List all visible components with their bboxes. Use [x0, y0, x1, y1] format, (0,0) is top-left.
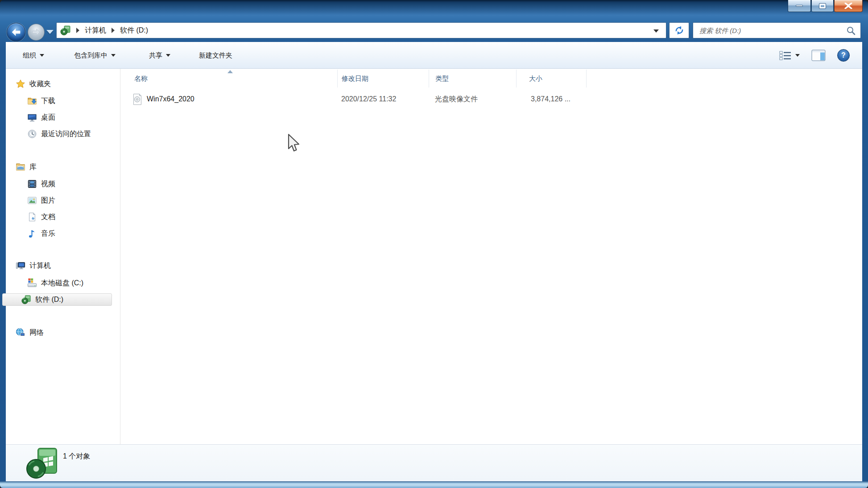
- sidebar-label: 最近访问的位置: [41, 129, 91, 139]
- forward-button[interactable]: [28, 24, 45, 41]
- sidebar-item-desktop[interactable]: 桌面: [6, 111, 120, 124]
- file-size: 3,874,126 ...: [531, 91, 570, 107]
- close-button[interactable]: [834, 0, 863, 12]
- sidebar-item-recent-places[interactable]: 最近访问的位置: [6, 128, 120, 140]
- column-divider[interactable]: [586, 70, 587, 88]
- sidebar-item-videos[interactable]: 视频: [6, 178, 120, 190]
- address-bar[interactable]: 计算机 软件 (D:): [56, 22, 666, 38]
- search-icon[interactable]: [846, 26, 856, 36]
- refresh-icon: [674, 25, 684, 35]
- back-button[interactable]: [7, 23, 25, 42]
- back-arrow-icon: [11, 28, 21, 37]
- file-date-modified: 2020/12/25 11:32: [341, 91, 396, 107]
- recent-pages-dropdown[interactable]: [46, 30, 54, 34]
- documents-icon: [27, 212, 37, 222]
- maximize-button[interactable]: [811, 0, 834, 12]
- pictures-icon: [27, 196, 37, 205]
- search-box: [693, 22, 861, 38]
- breadcrumb-arrow-icon: [112, 28, 115, 33]
- breadcrumb-item-computer[interactable]: 计算机: [85, 26, 106, 35]
- column-divider[interactable]: [337, 70, 338, 88]
- sidebar-section-favorites[interactable]: 收藏夹: [6, 78, 120, 90]
- sidebar-item-local-disk-c[interactable]: 本地磁盘 (C:): [6, 277, 120, 289]
- network-icon: [16, 328, 25, 338]
- sidebar-label: 收藏夹: [29, 79, 51, 89]
- chevron-down-icon: [795, 54, 800, 57]
- sidebar-section-computer[interactable]: 计算机: [6, 259, 120, 272]
- minimize-icon: [796, 5, 803, 7]
- window-bottom-frame: [0, 481, 868, 488]
- include-in-library-button[interactable]: 包含到库中: [74, 42, 116, 69]
- disc-image-file-icon: [132, 93, 143, 105]
- help-icon: ?: [841, 51, 846, 59]
- status-bar: 1 个对象: [6, 444, 862, 481]
- refresh-button[interactable]: [669, 22, 689, 38]
- window-controls: [788, 0, 863, 12]
- share-button[interactable]: 共享: [149, 42, 170, 69]
- breadcrumb-item-drive-d[interactable]: 软件 (D:): [120, 26, 148, 35]
- file-row[interactable]: Win7x64_2020 2020/12/25 11:32 光盘映像文件 3,8…: [120, 91, 862, 107]
- drive-d-icon: [60, 25, 71, 36]
- search-input[interactable]: [693, 23, 860, 38]
- sidebar-label: 视频: [41, 179, 55, 189]
- videos-icon: [27, 179, 37, 189]
- preview-pane-button[interactable]: [811, 50, 826, 61]
- local-disk-icon: [27, 278, 37, 288]
- column-header-name[interactable]: 名称: [134, 69, 148, 88]
- column-divider[interactable]: [429, 70, 429, 88]
- column-header-size[interactable]: 大小: [529, 69, 542, 88]
- sidebar-label: 库: [29, 163, 37, 172]
- drive-d-icon: [21, 295, 31, 304]
- sort-ascending-icon: [227, 70, 233, 73]
- sidebar-section-libraries[interactable]: 库: [6, 161, 120, 173]
- list-view-icon: [779, 50, 792, 60]
- disc-image-type-icon: [25, 446, 60, 480]
- chevron-down-icon: [166, 54, 170, 57]
- new-folder-label: 新建文件夹: [199, 51, 232, 60]
- command-toolbar: 组织 包含到库中 共享 新建文件夹: [6, 42, 862, 69]
- star-icon: [16, 79, 25, 89]
- sidebar-label: 计算机: [29, 261, 51, 271]
- include-in-library-label: 包含到库中: [74, 51, 107, 60]
- forward-arrow-icon: [31, 28, 41, 36]
- sidebar-item-pictures[interactable]: 图片: [6, 194, 120, 207]
- file-name[interactable]: Win7x64_2020: [147, 91, 194, 107]
- computer-icon: [16, 261, 25, 271]
- sidebar-item-music[interactable]: 音乐: [6, 227, 120, 240]
- change-view-button[interactable]: [779, 50, 800, 60]
- sidebar-label: 本地磁盘 (C:): [41, 279, 83, 288]
- music-icon: [27, 229, 37, 238]
- desktop-icon: [27, 113, 37, 122]
- chevron-down-icon: [111, 54, 116, 57]
- navigation-pane: [6, 69, 120, 444]
- libraries-icon: [16, 162, 25, 172]
- sidebar-label: 文档: [41, 213, 55, 222]
- sidebar-label: 图片: [41, 196, 55, 205]
- column-header-date-modified[interactable]: 修改日期: [342, 69, 368, 88]
- help-button[interactable]: ?: [837, 49, 850, 62]
- sidebar-label: 音乐: [41, 229, 55, 238]
- organize-label: 组织: [23, 51, 36, 60]
- sidebar-label: 网络: [29, 328, 44, 338]
- sidebar-section-network[interactable]: 网络: [6, 326, 120, 339]
- column-header-type[interactable]: 类型: [435, 69, 449, 88]
- column-divider[interactable]: [516, 70, 517, 88]
- sidebar-label: 软件 (D:): [35, 295, 63, 304]
- explorer-window: 计算机 软件 (D:) 组织 包含到库中 共享: [0, 0, 868, 488]
- downloads-folder-icon: [27, 96, 37, 106]
- address-dropdown-icon[interactable]: [653, 29, 659, 33]
- organize-button[interactable]: 组织: [23, 42, 44, 69]
- sidebar-label: 下载: [41, 96, 55, 106]
- sidebar-item-drive-d[interactable]: 软件 (D:): [2, 293, 112, 306]
- chevron-down-icon: [40, 54, 44, 57]
- close-icon: [844, 3, 852, 9]
- item-count: 1 个对象: [63, 452, 90, 461]
- breadcrumb-arrow-icon: [76, 28, 79, 33]
- sidebar-label: 桌面: [41, 113, 55, 122]
- sidebar-item-documents[interactable]: 文档: [6, 211, 120, 223]
- file-list-pane: 名称 修改日期 类型 大小 Win7x64_2020 2020/12/25 11…: [120, 69, 862, 444]
- file-type: 光盘映像文件: [435, 91, 478, 107]
- new-folder-button[interactable]: 新建文件夹: [199, 42, 232, 69]
- minimize-button[interactable]: [788, 0, 811, 12]
- sidebar-item-downloads[interactable]: 下载: [6, 95, 120, 107]
